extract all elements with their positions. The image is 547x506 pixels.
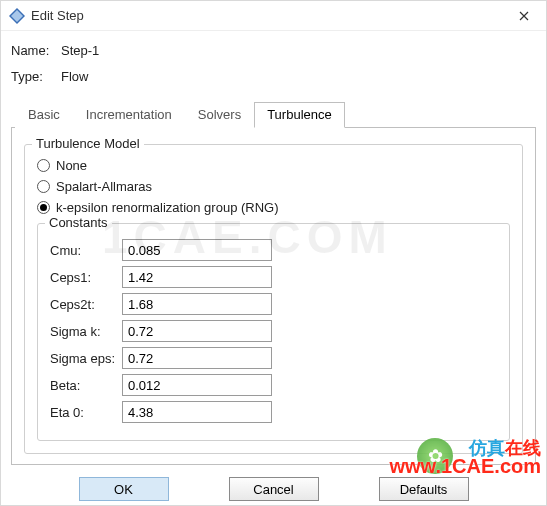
cmu-input[interactable] — [122, 239, 272, 261]
group-constants-title: Constants — [45, 215, 112, 230]
tab-turbulence[interactable]: Turbulence — [254, 102, 345, 128]
svg-marker-1 — [11, 10, 23, 22]
sigmaeps-input[interactable] — [122, 347, 272, 369]
radio-kerng-label: k-epsilon renormalization group (RNG) — [56, 200, 279, 215]
tabpage-turbulence: Turbulence Model None Spalart-Allmaras k… — [11, 128, 536, 465]
type-value: Flow — [61, 69, 88, 84]
radio-none-label: None — [56, 158, 87, 173]
radio-icon — [37, 159, 50, 172]
defaults-button[interactable]: Defaults — [379, 477, 469, 501]
radio-spalart-allmaras[interactable]: Spalart-Allmaras — [37, 179, 510, 194]
name-label: Name: — [11, 43, 61, 58]
beta-label: Beta: — [50, 378, 122, 393]
radio-spalart-label: Spalart-Allmaras — [56, 179, 152, 194]
group-constants: Constants Cmu: Ceps1: Ceps2t: Sigma k: S… — [37, 223, 510, 441]
dialog-buttons: OK Cancel Defaults — [11, 465, 536, 506]
radio-icon — [37, 201, 50, 214]
ok-button[interactable]: OK — [79, 477, 169, 501]
cancel-button[interactable]: Cancel — [229, 477, 319, 501]
sigmak-label: Sigma k: — [50, 324, 122, 339]
radio-icon — [37, 180, 50, 193]
eta0-input[interactable] — [122, 401, 272, 423]
tab-strip: Basic Incrementation Solvers Turbulence — [11, 101, 536, 128]
titlebar: Edit Step — [1, 1, 546, 31]
dialog-title: Edit Step — [31, 8, 502, 23]
radio-none[interactable]: None — [37, 158, 510, 173]
ceps2t-input[interactable] — [122, 293, 272, 315]
beta-input[interactable] — [122, 374, 272, 396]
name-value: Step-1 — [61, 43, 99, 58]
sigmaeps-label: Sigma eps: — [50, 351, 122, 366]
ceps1-input[interactable] — [122, 266, 272, 288]
edit-step-dialog: Edit Step Name: Step-1 Type: Flow Basic … — [0, 0, 547, 506]
ceps1-label: Ceps1: — [50, 270, 122, 285]
tab-incrementation[interactable]: Incrementation — [73, 102, 185, 128]
ceps2t-label: Ceps2t: — [50, 297, 122, 312]
tab-solvers[interactable]: Solvers — [185, 102, 254, 128]
close-icon — [519, 8, 529, 24]
sigmak-input[interactable] — [122, 320, 272, 342]
cmu-label: Cmu: — [50, 243, 122, 258]
type-row: Type: Flow — [11, 65, 536, 87]
app-icon — [9, 8, 25, 24]
type-label: Type: — [11, 69, 61, 84]
group-turbulence-model-title: Turbulence Model — [32, 136, 144, 151]
name-row: Name: Step-1 — [11, 39, 536, 61]
tab-basic[interactable]: Basic — [15, 102, 73, 128]
eta0-label: Eta 0: — [50, 405, 122, 420]
close-button[interactable] — [502, 1, 546, 31]
content-area: Name: Step-1 Type: Flow Basic Incrementa… — [1, 31, 546, 506]
radio-k-epsilon-rng[interactable]: k-epsilon renormalization group (RNG) — [37, 200, 510, 215]
group-turbulence-model: Turbulence Model None Spalart-Allmaras k… — [24, 144, 523, 454]
